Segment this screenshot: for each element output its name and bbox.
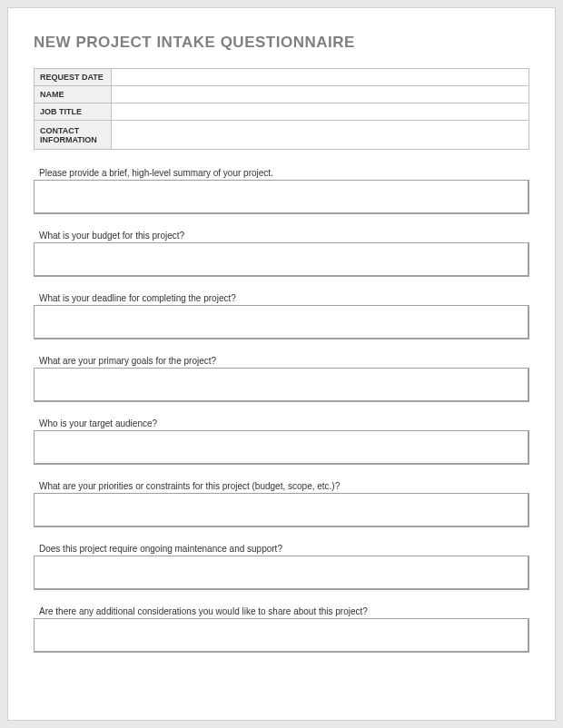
question-label: What is your deadline for completing the… <box>34 293 529 304</box>
page-title: NEW PROJECT INTAKE QUESTIONNAIRE <box>34 34 529 52</box>
info-input[interactable] <box>117 90 523 99</box>
answer-input[interactable] <box>34 493 529 527</box>
contact-info-table: REQUEST DATENAMEJOB TITLECONTACT INFORMA… <box>34 68 529 150</box>
question-label: Does this project require ongoing mainte… <box>34 544 529 555</box>
question-block: What are your primary goals for the proj… <box>34 356 529 406</box>
answer-input[interactable] <box>34 180 529 214</box>
info-input[interactable] <box>117 124 523 145</box>
question-label: Please provide a brief, high-level summa… <box>34 168 529 179</box>
answer-input[interactable] <box>34 430 529 465</box>
question-block: Please provide a brief, high-level summa… <box>34 168 529 218</box>
question-label: What are your priorities or constraints … <box>34 481 529 492</box>
info-row-label: NAME <box>35 86 112 103</box>
question-label: Who is your target audience? <box>34 418 529 429</box>
info-row-label: CONTACT INFORMATION <box>35 121 112 150</box>
info-row-value-cell <box>112 69 529 86</box>
question-block: Are there any additional considerations … <box>34 606 529 656</box>
info-row-value-cell <box>112 121 529 150</box>
question-label: Are there any additional considerations … <box>34 606 529 617</box>
question-block: Does this project require ongoing mainte… <box>34 544 529 594</box>
question-label: What is your budget for this project? <box>34 231 529 241</box>
answer-input[interactable] <box>34 618 529 653</box>
question-block: What are your priorities or constraints … <box>34 481 529 531</box>
info-row: JOB TITLE <box>35 103 529 121</box>
answer-input[interactable] <box>34 305 529 339</box>
question-label: What are your primary goals for the proj… <box>34 356 529 367</box>
question-block: What is your budget for this project? <box>34 231 529 280</box>
question-block: Who is your target audience? <box>34 418 529 468</box>
info-input[interactable] <box>117 73 523 82</box>
info-row-value-cell <box>112 86 529 103</box>
info-row: CONTACT INFORMATION <box>35 121 529 150</box>
answer-input[interactable] <box>34 242 529 277</box>
info-row-label: REQUEST DATE <box>35 69 112 86</box>
info-table-body: REQUEST DATENAMEJOB TITLECONTACT INFORMA… <box>35 69 529 150</box>
info-row: REQUEST DATE <box>35 69 529 86</box>
info-row-value-cell <box>112 103 529 121</box>
questions-container: Please provide a brief, high-level summa… <box>34 168 529 656</box>
document-page: NEW PROJECT INTAKE QUESTIONNAIRE REQUEST… <box>7 7 556 721</box>
info-row: NAME <box>35 86 529 103</box>
info-input[interactable] <box>117 107 523 116</box>
answer-input[interactable] <box>34 556 529 590</box>
answer-input[interactable] <box>34 368 529 402</box>
info-row-label: JOB TITLE <box>35 103 112 121</box>
question-block: What is your deadline for completing the… <box>34 293 529 343</box>
